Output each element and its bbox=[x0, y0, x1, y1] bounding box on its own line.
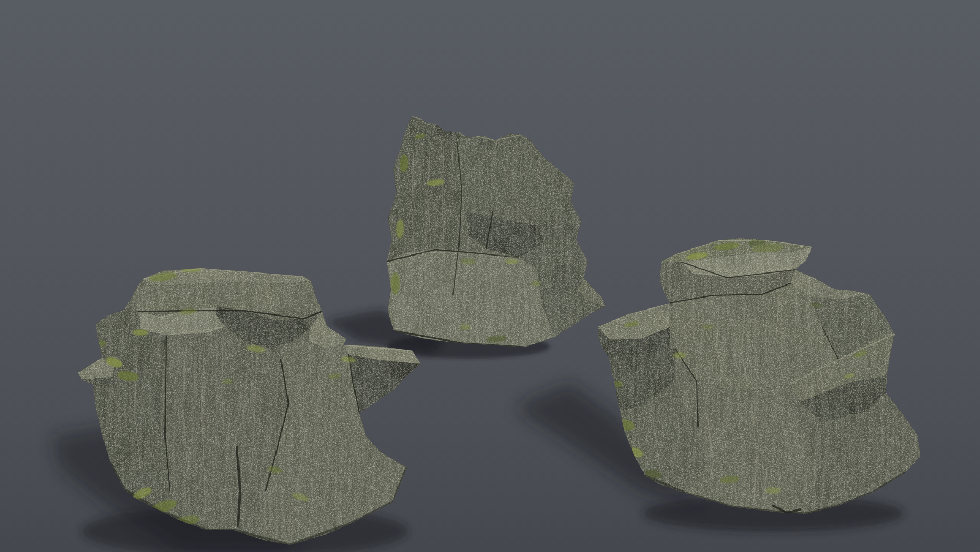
moss-patch bbox=[765, 487, 781, 494]
render-viewport bbox=[0, 0, 980, 552]
moss-patch bbox=[391, 272, 400, 294]
moss-patch bbox=[222, 379, 233, 384]
moss-patch bbox=[505, 259, 518, 264]
moss-patch bbox=[460, 324, 471, 330]
moss-patch bbox=[133, 329, 148, 336]
three-mossy-rocks-render bbox=[0, 0, 980, 552]
moss-patch bbox=[531, 281, 541, 286]
moss-patch bbox=[702, 324, 713, 330]
moss-patch bbox=[673, 352, 686, 359]
